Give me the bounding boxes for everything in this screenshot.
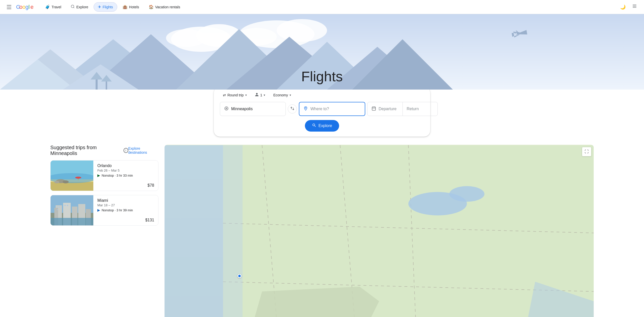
origin-field[interactable] (220, 102, 286, 116)
departure-placeholder: Departure (379, 107, 396, 111)
apps-icon (632, 4, 637, 10)
explore-button-wrap: Explore (220, 120, 424, 132)
destination-input[interactable] (310, 107, 361, 111)
date-fields: Departure Return (367, 102, 438, 116)
destination-field[interactable] (299, 102, 365, 116)
hamburger-menu[interactable] (4, 2, 14, 12)
cabin-class-label: Economy (273, 93, 288, 97)
trip-info-orlando: Orlando Feb 26 – Mar 5 ▶ Nonstop · 3 hr … (93, 161, 158, 191)
nav-item-travel-label: Travel (52, 5, 61, 9)
passengers-button[interactable]: 1 ▾ (252, 91, 268, 99)
svg-rect-67 (51, 218, 93, 225)
explore-icon (71, 5, 75, 10)
top-navigation: G o o g l e 🧳 Travel Explore ✈ Flights 🏨… (0, 0, 644, 14)
nav-item-flights[interactable]: ✈ Flights (94, 2, 117, 12)
trip-image-miami (51, 195, 93, 225)
trip-destination-miami: Miami (97, 198, 154, 203)
google-logo[interactable]: G o o g l e (16, 4, 35, 10)
travel-icon: 🧳 (45, 5, 50, 9)
search-container: ⇄ Round trip ▾ 1 ▾ Economy ▾ (0, 87, 644, 145)
cabin-class-chevron: ▾ (290, 93, 291, 97)
svg-rect-66 (67, 205, 68, 206)
nav-item-explore-label: Explore (76, 5, 88, 9)
departure-icon (372, 106, 376, 112)
svg-point-6 (71, 5, 74, 8)
departure-field[interactable]: Departure (368, 102, 403, 116)
svg-point-78 (449, 186, 485, 202)
svg-point-11 (166, 29, 206, 47)
dark-mode-button[interactable]: 🌙 (618, 2, 628, 12)
svg-text:l: l (28, 4, 30, 10)
airline-icon-orlando: ▶ (97, 173, 100, 177)
svg-point-39 (226, 108, 227, 109)
destination-icon (303, 106, 308, 112)
cabin-class-button[interactable]: Economy ▾ (270, 92, 294, 99)
section-title: Suggested trips from Minneapolis i (50, 145, 128, 156)
svg-point-52 (75, 177, 81, 179)
origin-icon (224, 106, 229, 112)
trip-type-icon: ⇄ (223, 93, 226, 97)
explore-button[interactable]: Explore (305, 120, 339, 132)
explore-destinations-link[interactable]: Explore destinations (128, 146, 158, 154)
return-field[interactable]: Return (403, 102, 438, 116)
svg-rect-65 (64, 205, 66, 206)
explore-search-icon (312, 123, 316, 129)
trip-airline-text-miami: Nonstop · 3 hr 39 min (102, 208, 133, 212)
trip-image-orlando (51, 161, 93, 191)
passengers-icon (255, 93, 259, 97)
map-container[interactable]: ⛶ (165, 145, 594, 317)
svg-rect-40 (372, 107, 376, 110)
nav-item-vacation-label: Vacation rentals (155, 5, 180, 9)
nav-item-explore[interactable]: Explore (66, 2, 92, 12)
apps-button[interactable] (630, 2, 640, 12)
search-fields: Departure Return (220, 102, 424, 116)
svg-point-38 (225, 107, 228, 110)
nav-item-hotels-label: Hotels (129, 5, 139, 9)
trip-airline-orlando: ▶ Nonstop · 3 hr 33 min (97, 173, 154, 177)
svg-rect-62 (57, 207, 58, 208)
info-icon[interactable]: i (124, 148, 128, 153)
trip-dates-miami: Mar 18 – 27 (97, 203, 154, 207)
svg-point-49 (63, 180, 69, 183)
nav-item-hotels[interactable]: 🏨 Hotels (118, 2, 143, 12)
trip-type-label: Round trip (227, 93, 244, 97)
nav-item-flights-label: Flights (103, 5, 113, 9)
trips-list: Suggested trips from Minneapolis i Explo… (50, 145, 158, 317)
map-pin-west (237, 274, 242, 278)
dark-mode-icon: 🌙 (620, 4, 626, 10)
flights-icon: ✈ (98, 5, 101, 9)
svg-rect-63 (59, 207, 60, 208)
nav-item-vacation-rentals[interactable]: 🏠 Vacation rentals (144, 2, 184, 12)
passengers-chevron: ▾ (264, 93, 265, 97)
trip-card-orlando[interactable]: Orlando Feb 26 – Mar 5 ▶ Nonstop · 3 hr … (50, 160, 158, 191)
trip-info-miami: Miami Mar 18 – 27 ▶ Nonstop · 3 hr 39 mi… (93, 195, 158, 225)
trip-destination-orlando: Orlando (97, 164, 154, 168)
svg-rect-64 (57, 209, 58, 210)
trip-price-miami: $131 (97, 218, 154, 222)
search-box: ⇄ Round trip ▾ 1 ▾ Economy ▾ (214, 87, 430, 137)
nav-item-travel[interactable]: 🧳 Travel (41, 2, 65, 12)
hero-section: ✈ Flights (0, 14, 644, 90)
trip-type-chevron: ▾ (245, 93, 247, 97)
trip-dates-orlando: Feb 26 – Mar 5 (97, 169, 154, 172)
swap-icon (290, 106, 295, 112)
trip-type-button[interactable]: ⇄ Round trip ▾ (220, 92, 250, 99)
svg-text:o: o (22, 4, 25, 10)
swap-button[interactable] (288, 104, 297, 113)
origin-input[interactable] (231, 107, 281, 111)
trip-card-miami[interactable]: Miami Mar 18 – 27 ▶ Nonstop · 3 hr 39 mi… (50, 195, 158, 226)
svg-text:e: e (30, 4, 33, 10)
vacation-icon: 🏠 (149, 5, 154, 9)
svg-rect-79 (165, 145, 243, 317)
hotels-icon: 🏨 (123, 5, 128, 9)
svg-point-50 (54, 181, 59, 183)
trip-airline-text-orlando: Nonstop · 3 hr 33 min (102, 174, 133, 177)
page-title: Flights (301, 68, 343, 85)
expand-icon: ⛶ (585, 149, 589, 154)
airline-icon-miami: ▶ (97, 208, 100, 212)
map-background: ⛶ (165, 145, 594, 317)
map-expand-button[interactable]: ⛶ (582, 147, 591, 156)
section-header: Suggested trips from Minneapolis i Explo… (50, 145, 158, 156)
svg-point-13 (277, 19, 327, 42)
nav-items: 🧳 Travel Explore ✈ Flights 🏨 Hotels 🏠 Va… (41, 2, 184, 12)
